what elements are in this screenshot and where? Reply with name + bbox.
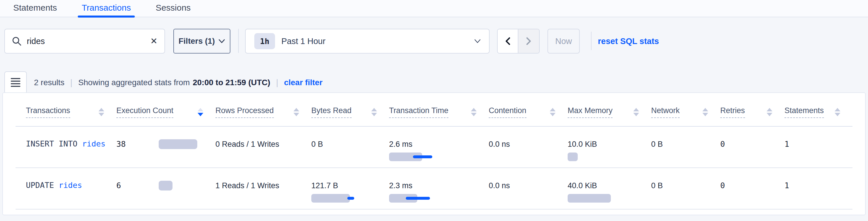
chevron-right-icon — [525, 36, 532, 46]
bytes-read-value: 0 B — [311, 139, 389, 149]
separator: | — [70, 78, 72, 88]
column-header-execution-count[interactable]: Execution Count — [116, 106, 174, 118]
statements-value: 1 — [784, 139, 789, 149]
sort-toggle[interactable] — [293, 108, 299, 116]
transaction-time-bar — [389, 153, 489, 161]
next-time-window-button[interactable] — [518, 29, 539, 53]
reset-sql-stats-link[interactable]: reset SQL stats — [598, 29, 659, 54]
column-header-network[interactable]: Network — [651, 106, 680, 118]
now-button[interactable]: Now — [548, 29, 580, 54]
statements-value: 1 — [784, 181, 789, 190]
time-range-label: Past 1 Hour — [281, 36, 326, 46]
execution-count-value: 6 — [116, 181, 149, 190]
search-input[interactable] — [27, 36, 150, 46]
search-box[interactable]: ✕ — [4, 29, 165, 54]
sort-toggle[interactable] — [98, 108, 104, 116]
active-tab-indicator — [78, 15, 135, 18]
transactions-table-card: Transactions Execution Count Rows Proces… — [2, 92, 866, 215]
table-header-row: Transactions Execution Count Rows Proces… — [16, 93, 852, 126]
filters-label: Filters (1) — [179, 36, 215, 46]
column-selector-button[interactable] — [4, 71, 27, 94]
tab-bar: Statements Transactions Sessions — [0, 0, 868, 17]
bytes-read-value: 121.7 B — [311, 181, 389, 190]
tab-label: Statements — [13, 3, 57, 12]
search-icon — [12, 36, 22, 46]
rows-processed-value: 0 Reads / 1 Writes — [215, 139, 311, 149]
retries-value: 0 — [720, 139, 725, 149]
bytes-read-bar — [311, 194, 389, 202]
tab-label: Transactions — [82, 3, 131, 12]
sort-toggle[interactable] — [633, 108, 639, 116]
column-header-rows-processed[interactable]: Rows Processed — [215, 106, 274, 118]
transaction-time-value: 2.6 ms — [389, 139, 489, 149]
execution-count-bar — [159, 139, 197, 149]
chevron-down-icon — [218, 39, 225, 43]
contention-value: 0.0 ns — [489, 139, 568, 149]
column-header-max-memory[interactable]: Max Memory — [568, 106, 613, 118]
network-value: 0 B — [651, 181, 720, 190]
time-window-nav — [497, 29, 540, 54]
stddev-line — [413, 155, 432, 158]
contention-value: 0.0 ns — [489, 181, 568, 190]
divider — [591, 32, 592, 50]
separator: | — [276, 78, 278, 88]
tab-statements[interactable]: Statements — [10, 0, 60, 17]
transaction-link[interactable]: rides — [59, 181, 82, 190]
sort-toggle[interactable] — [703, 108, 708, 116]
stats-time-range: 20:00 to 21:59 (UTC) — [193, 78, 270, 87]
transactions-table: Transactions Execution Count Rows Proces… — [16, 93, 852, 210]
rows-processed-value: 1 Reads / 1 Writes — [215, 181, 311, 190]
sql-activity-page: Statements Transactions Sessions ✕ Filte… — [0, 0, 868, 221]
tab-label: Sessions — [156, 3, 191, 12]
max-memory-value: 40.0 KiB — [568, 181, 651, 190]
sort-toggle[interactable] — [767, 108, 772, 116]
column-header-bytes-read[interactable]: Bytes Read — [311, 106, 352, 118]
tab-transactions[interactable]: Transactions — [78, 0, 134, 17]
transaction-time-bar — [389, 194, 489, 202]
execution-count-bar — [159, 181, 173, 190]
retries-value: 0 — [720, 181, 725, 190]
stddev-line — [347, 197, 354, 200]
column-header-transaction-time[interactable]: Transaction Time — [389, 106, 448, 118]
list-menu-icon — [11, 77, 21, 88]
tab-sessions[interactable]: Sessions — [152, 0, 194, 17]
column-header-contention[interactable]: Contention — [489, 106, 526, 118]
max-memory-value: 10.0 KiB — [568, 139, 651, 149]
table-row: INSERT INTO rides 38 0 Reads / 1 Writes … — [16, 126, 852, 168]
network-value: 0 B — [651, 139, 720, 149]
results-count: 2 results — [34, 78, 64, 87]
transaction-link[interactable]: rides — [82, 139, 105, 148]
divider — [238, 29, 239, 53]
sort-toggle[interactable] — [550, 108, 556, 116]
time-range-badge: 1h — [254, 33, 275, 49]
column-header-retries[interactable]: Retries — [720, 106, 745, 118]
sort-toggle-active[interactable] — [197, 108, 203, 116]
transaction-time-value: 2.3 ms — [389, 181, 489, 190]
sort-toggle[interactable] — [471, 108, 476, 116]
stddev-line — [406, 197, 430, 200]
filters-button[interactable]: Filters (1) — [174, 29, 230, 54]
chevron-left-icon — [504, 36, 511, 46]
clear-filter-link[interactable]: clear filter — [284, 78, 322, 87]
time-range-selector[interactable]: 1h Past 1 Hour — [245, 29, 490, 54]
max-memory-bar — [568, 194, 651, 202]
transaction-fingerprint: INSERT INTO — [26, 139, 82, 148]
table-row: UPDATE rides 6 1 Reads / 1 Writes 121.7 … — [16, 168, 852, 209]
execution-count-value: 38 — [116, 139, 149, 149]
results-summary: 2 results | Showing aggregated stats fro… — [34, 71, 322, 94]
sort-toggle[interactable] — [371, 108, 377, 116]
column-header-transactions[interactable]: Transactions — [26, 106, 70, 118]
showing-stats-text: Showing aggregated stats from — [78, 78, 190, 87]
clear-search-icon[interactable]: ✕ — [150, 37, 158, 45]
sort-toggle[interactable] — [835, 108, 840, 116]
chevron-down-icon — [474, 39, 481, 43]
column-header-statements[interactable]: Statements — [784, 106, 824, 118]
transaction-fingerprint: UPDATE — [26, 181, 59, 190]
max-memory-bar — [568, 153, 651, 161]
prev-time-window-button[interactable] — [498, 29, 518, 53]
